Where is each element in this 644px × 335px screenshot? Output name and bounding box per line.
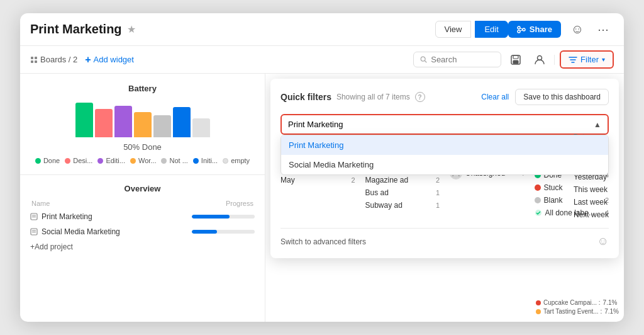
more-options-icon[interactable]: ⋯ xyxy=(594,20,614,40)
qf-month-label-may: May xyxy=(280,176,295,185)
add-widget-label: Add widget xyxy=(94,55,134,64)
legend-desi: Desi... xyxy=(65,157,92,164)
status-dot-stuck xyxy=(535,185,541,191)
smiley-icon[interactable]: ☺ xyxy=(567,20,587,40)
star-icon[interactable]: ★ xyxy=(127,23,136,35)
battery-bar-not xyxy=(153,115,171,137)
search-icon xyxy=(420,55,427,64)
donut-dot-1 xyxy=(536,300,541,305)
legend-label-edit: Editi... xyxy=(106,157,125,164)
svg-point-1 xyxy=(518,26,520,29)
donut-legend-item-1: Cupcake Campai... : 7.1% xyxy=(536,299,619,306)
save-dashboard-icon[interactable] xyxy=(506,50,525,69)
qf-title-area: Quick filters Showing all of 7 items ? xyxy=(280,92,425,102)
smile-icon[interactable]: ☺ xyxy=(597,235,609,248)
left-panel: Battery 50% Done Done xyxy=(20,74,265,322)
legend-label-init: Initi... xyxy=(201,157,218,164)
qf-month-may[interactable]: May 2 xyxy=(280,174,355,186)
legend-work: Wor... xyxy=(130,157,157,164)
qf-title: Quick filters xyxy=(280,92,331,102)
svg-line-10 xyxy=(425,60,426,62)
svg-rect-13 xyxy=(513,60,518,64)
add-widget-button[interactable]: + Add widget xyxy=(85,54,134,65)
qf-item-subway[interactable]: Subway ad 1 xyxy=(365,199,440,212)
info-icon[interactable]: ? xyxy=(415,92,425,102)
legend-dot-edit xyxy=(97,158,103,164)
donut-dot-2 xyxy=(536,309,541,314)
clear-all-button[interactable]: Clear all xyxy=(481,93,509,101)
donut-value-2: 7.1% xyxy=(604,308,619,315)
qf-date-lastweek[interactable]: Last week xyxy=(574,196,609,208)
legend-dot-desi xyxy=(65,158,70,164)
qf-date-thisweek[interactable]: This week xyxy=(574,183,609,196)
search-box[interactable] xyxy=(413,52,501,67)
qf-status-label-blank: Blank xyxy=(535,196,563,205)
qf-dropdown-trigger[interactable]: Print Marketing ▲ xyxy=(280,114,609,135)
battery-bars xyxy=(30,99,255,137)
donut-value-1: 7.1% xyxy=(603,299,618,306)
overview-project-label-1: Print Marketing xyxy=(42,212,92,221)
overview-title: Overview xyxy=(30,184,255,193)
svg-line-4 xyxy=(520,30,523,30)
project-icon-2 xyxy=(30,228,38,236)
battery-bar-done xyxy=(75,103,93,137)
add-project-button[interactable]: +Add project xyxy=(30,242,255,251)
title-bar-right: Share ☺ ⋯ xyxy=(508,20,614,40)
overview-row-1: Print Marketing xyxy=(30,212,255,221)
qf-bottom: Switch to advanced filters ☺ xyxy=(280,228,609,248)
filter-label: Filter xyxy=(580,55,599,64)
qf-option-2[interactable]: Social Media Marketing xyxy=(281,155,608,174)
qf-month-count-may: 2 xyxy=(351,176,355,184)
switch-advanced-link[interactable]: Switch to advanced filters xyxy=(280,237,366,246)
title-bar: Print Marketing ★ View Edit Share ☺ ⋯ xyxy=(20,13,624,46)
battery-widget-title: Battery xyxy=(30,84,255,93)
search-input[interactable] xyxy=(431,55,494,64)
battery-legend: Done Desi... Editi... Wor... xyxy=(30,157,255,164)
battery-done-label: 50% Done xyxy=(30,142,255,152)
legend-dot-empty xyxy=(223,158,228,164)
qf-date-label-thisweek: This week xyxy=(574,185,608,194)
donut-label-1: Cupcake Campai... : xyxy=(543,299,601,306)
chevron-down-icon: ▾ xyxy=(602,56,605,63)
overview-progress-bar-1 xyxy=(192,215,255,219)
overview-project-name-2: Social Media Marketing xyxy=(30,227,192,236)
qf-subtitle: Showing all of 7 items xyxy=(336,93,410,101)
legend-init: Initi... xyxy=(193,157,218,164)
right-panel: Cupcake Campai... : 7.1% Tart Tasting Ev… xyxy=(265,74,624,322)
view-button[interactable]: View xyxy=(435,21,472,38)
battery-bar-init xyxy=(173,107,191,137)
user-icon[interactable] xyxy=(530,50,549,69)
qf-item-bus[interactable]: Bus ad 1 xyxy=(365,186,440,199)
battery-widget: Battery 50% Done Done xyxy=(20,74,265,175)
overview-header: Name Progress xyxy=(30,200,255,207)
qf-item-magazine[interactable]: Magazine ad 2 xyxy=(365,174,440,186)
quick-filters-popup: Quick filters Showing all of 7 items ? C… xyxy=(270,79,619,258)
overview-progress-bar-2 xyxy=(192,230,255,234)
overview-progress-header: Progress xyxy=(226,200,253,207)
edit-button[interactable]: Edit xyxy=(475,21,508,38)
qf-date-nextweek[interactable]: Next week xyxy=(574,208,609,221)
boards-breadcrumb[interactable]: Boards / 2 xyxy=(30,55,77,64)
save-to-dashboard-button[interactable]: Save to this dashboard xyxy=(515,89,609,105)
legend-dot-done xyxy=(35,158,41,164)
overview-row-2: Social Media Marketing xyxy=(30,227,255,236)
toolbar: Boards / 2 + Add widget xyxy=(20,46,624,74)
svg-rect-5 xyxy=(31,57,33,59)
share-button[interactable]: Share xyxy=(508,21,561,38)
overview-name-header: Name xyxy=(31,200,50,207)
qf-actions: Clear all Save to this dashboard xyxy=(481,89,609,105)
overview-project-name-1: Print Marketing xyxy=(30,212,192,221)
main-content: Battery 50% Done Done xyxy=(20,74,624,322)
filter-button[interactable]: Filter ▾ xyxy=(560,50,614,69)
plus-icon: + xyxy=(85,54,91,65)
page-title: Print Marketing xyxy=(30,22,122,37)
filter-icon xyxy=(569,55,577,64)
qf-date-label-lastweek: Last week xyxy=(574,198,608,207)
all-done-icon xyxy=(535,209,542,217)
qf-option-1[interactable]: Print Marketing xyxy=(281,135,608,155)
overview-progress-fill-2 xyxy=(192,230,217,234)
legend-label-desi: Desi... xyxy=(73,157,92,164)
view-edit-toggle: View Edit xyxy=(435,21,508,38)
overview-progress-fill-1 xyxy=(192,215,230,219)
battery-bar-work xyxy=(134,112,152,137)
